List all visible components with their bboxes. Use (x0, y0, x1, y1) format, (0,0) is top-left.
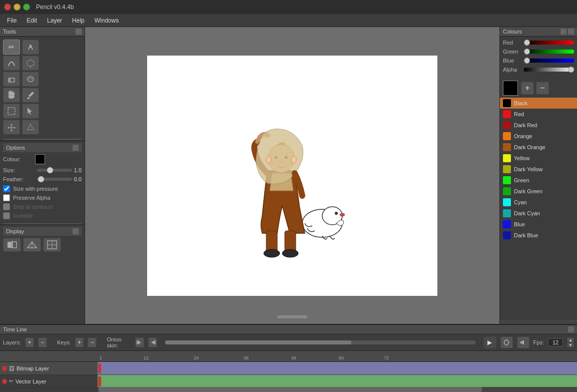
color-item-dark-orange[interactable]: Dark Orange (500, 142, 577, 153)
tools-title: Tools (3, 29, 16, 35)
bitmap-layer-name: Bitmap Layer (17, 365, 49, 371)
red-slider[interactable] (524, 41, 574, 45)
color-item-blue[interactable]: Blue (500, 219, 577, 230)
window-controls (4, 4, 30, 11)
timeline-scrubber-area[interactable] (165, 340, 475, 344)
color-item-dark-cyan[interactable]: Dark Cyan (500, 208, 577, 219)
tool-smudge[interactable] (22, 72, 39, 87)
menu-help[interactable]: Help (67, 16, 90, 25)
colour-swatch[interactable] (35, 154, 45, 164)
feather-slider-thumb[interactable] (38, 176, 44, 182)
color-item-cyan[interactable]: Cyan (500, 197, 577, 208)
svg-rect-6 (12, 91, 13, 96)
timeline-scrollbar[interactable] (98, 387, 577, 392)
add-layer-button[interactable]: + (25, 337, 34, 347)
tool-pencil[interactable]: ✏ (3, 40, 20, 55)
display-panel-icon[interactable] (73, 228, 79, 234)
timeline-header-icon[interactable] (568, 326, 574, 332)
canvas-illustration (212, 91, 372, 261)
tool-ink-pen[interactable] (22, 40, 39, 55)
svg-rect-4 (9, 91, 10, 96)
options-header: Options (3, 143, 82, 152)
onion-skin-label: Onion skin: (107, 336, 131, 348)
color-item-orange[interactable]: Orange (500, 131, 577, 142)
close-button[interactable] (4, 4, 11, 11)
menu-edit[interactable]: Edit (22, 16, 42, 25)
color-item-dark-yellow[interactable]: Dark Yellow (500, 164, 577, 175)
feather-slider[interactable] (37, 178, 72, 181)
tool-eraser[interactable] (3, 72, 20, 87)
color-name-orange: Orange (514, 133, 532, 139)
color-item-black[interactable]: Black (500, 98, 577, 109)
menu-windows[interactable]: Windows (90, 16, 124, 25)
fps-input[interactable] (548, 338, 563, 346)
onion-prev-button[interactable] (135, 337, 144, 347)
app-title: Pencil v0.4.4b (36, 4, 74, 11)
play-button[interactable]: ▶ (483, 336, 496, 348)
maximize-button[interactable] (23, 4, 30, 11)
preserve-alpha-label: Preserve Alpha (13, 195, 51, 201)
options-title: Options (6, 145, 25, 151)
layer-row-vector[interactable]: ✏ Vector Layer (0, 375, 98, 388)
colour-list-scrollbar[interactable] (500, 320, 577, 324)
green-slider-row: Green (503, 49, 574, 55)
menu-layer[interactable]: Layer (42, 16, 67, 25)
remove-layer-button[interactable]: − (38, 337, 47, 347)
preserve-alpha-checkbox[interactable] (3, 194, 10, 201)
color-item-dark-blue[interactable]: Dark Blue (500, 230, 577, 241)
bitmap-frames-row[interactable] (98, 362, 577, 375)
color-item-dark-green[interactable]: Dark Green (500, 186, 577, 197)
green-slider[interactable] (524, 50, 574, 54)
color-item-dark-red[interactable]: Dark Red (500, 120, 577, 131)
size-slider[interactable] (37, 169, 72, 172)
add-key-button[interactable]: + (75, 337, 84, 347)
canvas-area[interactable] (85, 27, 499, 324)
display-grid-btn[interactable] (43, 238, 61, 252)
tools-grid: ✏ (0, 37, 85, 138)
tool-select-arrow[interactable] (22, 104, 39, 119)
options-panel-icon[interactable] (73, 145, 79, 151)
svg-point-19 (335, 212, 338, 215)
color-item-red[interactable]: Red (500, 109, 577, 120)
layer-row-bitmap[interactable]: 🖼 Bitmap Layer (0, 362, 98, 375)
tools-panel-icon[interactable] (76, 29, 82, 35)
size-slider-thumb[interactable] (47, 167, 53, 173)
stop-button[interactable] (500, 336, 513, 348)
colours-panel-restore[interactable] (560, 29, 566, 35)
add-color-button[interactable]: + (521, 82, 534, 95)
color-item-yellow[interactable]: Yellow (500, 153, 577, 164)
tool-eyedropper[interactable] (22, 88, 39, 103)
tool-bezier[interactable] (3, 56, 20, 71)
menu-file[interactable]: File (2, 16, 22, 25)
fps-down-button[interactable]: ▼ (567, 342, 574, 347)
fps-up-button[interactable]: ▲ (567, 337, 574, 342)
color-dot-dark-green (503, 187, 511, 195)
size-pressure-checkbox[interactable] (3, 185, 10, 192)
remove-key-button[interactable]: − (88, 337, 97, 347)
display-perspective-btn[interactable] (23, 238, 41, 252)
mute-button[interactable] (517, 336, 529, 348)
minimize-button[interactable] (14, 4, 21, 11)
display-flip-h-btn[interactable] (3, 238, 21, 252)
alpha-slider-thumb[interactable] (568, 67, 574, 73)
onion-next-button[interactable] (148, 337, 157, 347)
blue-slider-thumb[interactable] (524, 58, 530, 64)
vector-frames-row[interactable] (98, 375, 577, 387)
tool-hand[interactable] (3, 88, 20, 103)
alpha-slider[interactable] (524, 68, 574, 72)
color-name-yellow: Yellow (514, 155, 529, 161)
display-buttons (3, 238, 82, 252)
green-slider-thumb[interactable] (524, 49, 530, 55)
blue-slider[interactable] (524, 59, 574, 63)
tool-select-rect[interactable] (3, 104, 20, 119)
canvas-scrollbar-h[interactable] (85, 313, 499, 320)
colours-panel-close[interactable] (568, 29, 574, 35)
canvas[interactable] (147, 56, 437, 296)
color-item-green[interactable]: Green (500, 175, 577, 186)
color-list[interactable]: Black Red Dark Red Orange Dark Orange Ye… (500, 98, 577, 320)
remove-color-button[interactable]: − (536, 82, 549, 95)
tool-pan[interactable] (3, 120, 20, 135)
tool-poly-lasso[interactable] (22, 120, 39, 135)
tool-lasso[interactable] (22, 56, 39, 71)
red-slider-thumb[interactable] (524, 40, 530, 46)
